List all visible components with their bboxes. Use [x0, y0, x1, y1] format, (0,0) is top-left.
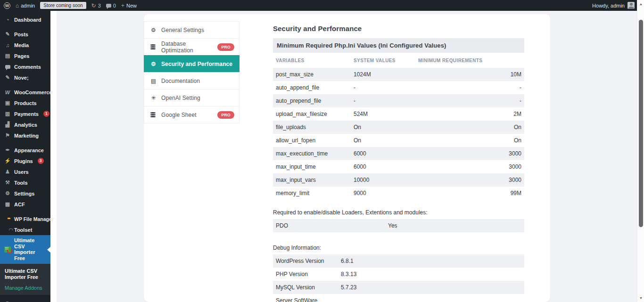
sidebar-item-wp-file-manager[interactable]: WP File Manager	[0, 213, 50, 224]
debug-table: WordPress Version 6.8.1 PHP Version 8.3.…	[273, 254, 524, 302]
table-row: WordPress Version 6.8.1	[273, 254, 524, 268]
table-row: memory_limit 9000 99M	[273, 187, 524, 200]
sidebar-item-nove[interactable]: ✎ Nove;	[0, 72, 50, 83]
table-row: auto_prepend_file - -	[273, 94, 524, 107]
update-icon: ↻	[91, 3, 96, 8]
csv-importer-submenu: Ultimate CSV Importer Free Manage Addons	[0, 264, 50, 295]
payments-icon: ▥	[4, 111, 11, 117]
site-name-link[interactable]: ⌂ admin	[16, 3, 35, 8]
page-title: Security and Performance	[273, 24, 524, 33]
sidebar-item-users[interactable]: ♟ Users	[0, 166, 50, 177]
payments-badge: 1	[43, 111, 50, 117]
admin-bar: W ⌂ admin Store coming soon ↻ 3 0 + New …	[0, 0, 644, 11]
scrollbar-thumb[interactable]	[639, 20, 643, 227]
howdy-text: Howdy, admin	[592, 3, 625, 8]
settings-nav: ⚙ General Settings Database Optimization…	[144, 21, 239, 123]
media-icon: ♫	[4, 42, 11, 48]
sidebar-item-payments[interactable]: ▥ Payments 1	[0, 108, 50, 119]
submenu-item-manage-addons[interactable]: Manage Addons	[0, 281, 50, 291]
site-name: admin	[21, 3, 35, 8]
tab-database-optimization[interactable]: Database Optimization PRO	[144, 38, 239, 56]
avatar	[627, 2, 635, 9]
new-content-link[interactable]: + New	[121, 3, 137, 8]
sidebar-item-plugins[interactable]: ⚡ Plugins 3	[0, 155, 50, 166]
sidebar-item-acf[interactable]: ▦ ACF	[0, 199, 50, 210]
debug-section-label: Debug Information:	[273, 245, 524, 251]
comments-count: 0	[113, 3, 116, 8]
tools-icon: ⚒	[4, 180, 11, 186]
home-icon: ⌂	[16, 3, 19, 8]
sidebar-item-dashboard[interactable]: ◔ Dashboard	[0, 14, 50, 25]
table-row: max_input_vars 10000 3000	[273, 173, 524, 187]
vertical-scrollbar[interactable]: ▲ ▼	[637, 0, 644, 302]
tab-general-settings[interactable]: ⚙ General Settings	[144, 21, 239, 39]
tab-openai-setting[interactable]: ✳ OpenAI Setting	[144, 89, 239, 106]
sidebar-item-toolset[interactable]: Toolset	[0, 224, 50, 235]
csv-importer-icon	[4, 246, 11, 253]
updates-count: 3	[98, 3, 101, 8]
admin-sidebar: ◔ Dashboard ✎ Posts ♫ Media ▤ Pages Comm…	[0, 11, 50, 302]
table-row: Server SoftWare	[273, 294, 524, 302]
table-row: allow_url_fopen On On	[273, 134, 524, 147]
products-icon: ▣	[4, 100, 11, 106]
comments-icon	[4, 64, 11, 70]
marketing-icon: ⚑	[4, 132, 11, 139]
openai-icon: ✳	[150, 95, 157, 101]
table-row: PHP Version 8.3.13	[273, 268, 524, 281]
table-row: max_execution_time 6000 3000	[273, 147, 524, 160]
pin-icon: ✎	[4, 74, 11, 81]
plugins-icon: ⚡	[4, 158, 11, 164]
scroll-down-arrow-icon[interactable]: ▼	[637, 296, 644, 300]
php-ini-table: post_max_size 1024M 10M auto_append_file…	[273, 68, 524, 200]
sidebar-item-marketing[interactable]: ⚑ Marketing	[0, 130, 50, 141]
woocommerce-icon: W	[4, 90, 11, 95]
gear-icon: ⚙	[150, 61, 157, 67]
table-row: PDO Yes	[273, 219, 524, 232]
comments-link[interactable]: 0	[106, 3, 116, 8]
sidebar-item-media[interactable]: ♫ Media	[0, 40, 50, 50]
col-variables: VARIABLES	[276, 58, 354, 63]
col-system-values: SYSTEM VALUES	[354, 58, 418, 63]
sidebar-item-products[interactable]: ▣ Products	[0, 98, 50, 108]
acf-icon: ▦	[4, 201, 11, 207]
coming-soon-badge[interactable]: Store coming soon	[40, 2, 86, 9]
sidebar-item-pages[interactable]: ▤ Pages	[0, 50, 50, 61]
plugins-badge: 3	[38, 158, 44, 164]
users-icon: ♟	[4, 169, 11, 175]
sidebar-item-tools[interactable]: ⚒ Tools	[0, 177, 50, 188]
sidebar-item-ultimate-csv-importer[interactable]: Ultimate CSV Importer Free	[0, 235, 50, 264]
account-menu[interactable]: Howdy, admin	[592, 2, 635, 9]
updates-link[interactable]: ↻ 3	[91, 3, 101, 8]
tab-security-and-performance[interactable]: ⚙ Security and Performance	[144, 55, 239, 73]
sidebar-item-posts[interactable]: ✎ Posts	[0, 29, 50, 40]
tab-documentation[interactable]: ▤ Documentation	[144, 72, 239, 90]
gear-icon: ⚙	[150, 27, 157, 33]
php-ini-panel-header: Minimum Required Php.Ini Values (Ini Con…	[273, 38, 524, 53]
document-icon: ▤	[150, 78, 157, 84]
table-row: auto_append_file - -	[273, 81, 524, 94]
table-row: max_input_time 6000 3000	[273, 160, 524, 173]
pin-icon: ✎	[4, 31, 11, 37]
wordpress-menu[interactable]: W	[4, 2, 10, 9]
table-row: post_max_size 1024M 10M	[273, 68, 524, 81]
loaders-table: PDO Yes	[273, 219, 524, 232]
sidebar-item-analytics[interactable]: ▟ Analytics	[0, 119, 50, 130]
submenu-item-ultimate-csv-importer-free[interactable]: Ultimate CSV Importer Free	[0, 267, 50, 281]
scroll-up-arrow-icon[interactable]: ▲	[637, 2, 644, 6]
sidebar-item-comments[interactable]: Comments	[0, 61, 50, 72]
table-row: file_uploads On On	[273, 121, 524, 134]
tab-google-sheet[interactable]: Google Sheet PRO	[144, 106, 239, 123]
settings-icon: ⚙	[4, 190, 11, 196]
plus-icon: +	[121, 3, 124, 8]
sidebar-item-appearance[interactable]: ✒ Appearance	[0, 145, 50, 155]
dashboard-icon: ◔	[4, 17, 11, 23]
loaders-section-label: Required to enable/disable Loaders, Exte…	[273, 209, 524, 216]
active-menu-arrow	[47, 247, 50, 253]
wordpress-logo-icon: W	[4, 2, 10, 9]
analytics-icon: ▟	[4, 122, 11, 128]
table-row: MySQL Version 5.7.23	[273, 281, 524, 294]
new-label: New	[126, 3, 137, 8]
sidebar-item-settings[interactable]: ⚙ Settings	[0, 188, 50, 199]
comment-bubble-icon	[106, 4, 111, 8]
sidebar-item-woocommerce[interactable]: W WooCommerce	[0, 87, 50, 98]
